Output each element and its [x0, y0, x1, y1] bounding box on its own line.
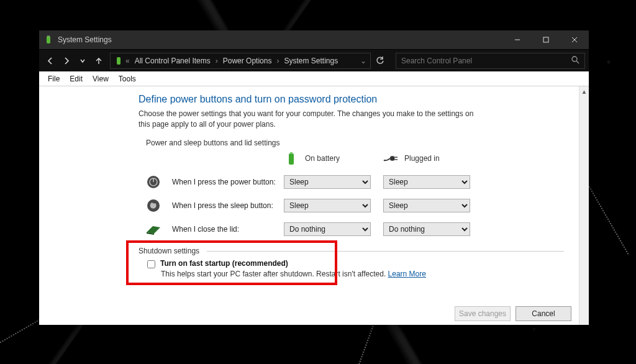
recent-locations-button[interactable] — [75, 53, 90, 68]
search-input[interactable] — [401, 57, 571, 65]
sleep-button-icon — [146, 198, 161, 213]
scroll-up-arrow[interactable]: ▲ — [579, 86, 589, 96]
refresh-button[interactable] — [372, 53, 388, 69]
forward-button[interactable] — [59, 53, 74, 68]
crumb-power-options[interactable]: Power Options — [220, 57, 275, 65]
menu-edit[interactable]: Edit — [65, 75, 88, 83]
menu-tools[interactable]: Tools — [114, 75, 141, 83]
shutdown-settings-section: Shutdown settings Turn on fast startup (… — [139, 247, 564, 278]
svg-rect-0 — [47, 36, 50, 43]
separator-icon: « — [125, 57, 130, 65]
footer-buttons: Save changes Cancel — [455, 306, 571, 321]
cancel-button[interactable]: Cancel — [516, 306, 571, 321]
svg-rect-10 — [289, 153, 294, 165]
svg-rect-1 — [47, 35, 48, 37]
column-plugged-label: Plugged in — [404, 154, 440, 163]
power-button-plugged-select[interactable]: Sleep — [383, 175, 470, 189]
power-settings-grid: On battery Plugged in When I press the p… — [146, 151, 564, 237]
up-button[interactable] — [91, 53, 106, 68]
crumb-all-items[interactable]: All Control Panel Items — [132, 57, 213, 65]
crumb-system-settings[interactable]: System Settings — [281, 57, 340, 65]
power-button-battery-select[interactable]: Sleep — [284, 175, 371, 189]
column-plugged-in: Plugged in — [383, 151, 476, 166]
row-sleep-button-label: When I press the sleep button: — [172, 201, 278, 210]
sleep-button-battery-select[interactable]: Sleep — [284, 199, 371, 212]
group-label-power-sleep: Power and sleep buttons and lid settings — [146, 139, 564, 147]
chevron-right-icon: › — [276, 57, 279, 65]
svg-rect-4 — [543, 37, 548, 42]
fast-startup-help: This helps start your PC faster after sh… — [161, 270, 564, 278]
vertical-scrollbar[interactable]: ▲ — [579, 86, 589, 325]
settings-pane: Define power buttons and turn on passwor… — [39, 86, 579, 325]
window-title: System Settings — [58, 35, 112, 44]
row-lid-label: When I close the lid: — [172, 225, 278, 234]
menu-view[interactable]: View — [88, 75, 114, 83]
plug-icon — [383, 151, 398, 166]
svg-rect-11 — [290, 152, 293, 154]
sleep-button-plugged-select[interactable]: Sleep — [383, 199, 470, 212]
battery-icon — [284, 151, 299, 166]
power-plan-app-icon — [44, 35, 53, 44]
shutdown-settings-label: Shutdown settings — [139, 247, 564, 255]
menubar: File Edit View Tools — [39, 71, 589, 86]
svg-rect-7 — [117, 57, 120, 65]
titlebar[interactable]: System Settings — [39, 30, 589, 49]
save-changes-button[interactable]: Save changes — [455, 306, 511, 321]
column-battery-label: On battery — [305, 154, 340, 163]
power-button-icon — [146, 175, 161, 189]
lid-close-icon — [146, 222, 161, 237]
menu-file[interactable]: File — [43, 75, 65, 83]
svg-rect-2 — [49, 35, 50, 37]
chevron-right-icon: › — [216, 57, 218, 65]
close-button[interactable] — [560, 30, 589, 49]
column-on-battery: On battery — [284, 151, 377, 166]
navbar: « All Control Panel Items › Power Option… — [39, 49, 589, 71]
learn-more-link[interactable]: Learn More — [388, 270, 426, 278]
control-panel-window: System Settings — [39, 30, 589, 325]
page-description: Choose the power settings that you want … — [139, 109, 486, 130]
back-button[interactable] — [43, 53, 58, 68]
svg-point-8 — [572, 57, 577, 61]
fast-startup-checkbox[interactable] — [147, 260, 155, 268]
chevron-down-icon[interactable]: ⌄ — [360, 57, 366, 65]
row-power-button-label: When I press the power button: — [172, 178, 278, 186]
lid-plugged-select[interactable]: Do nothing — [383, 222, 470, 236]
minimize-button[interactable] — [503, 30, 532, 49]
content-area: Define power buttons and turn on passwor… — [39, 86, 589, 325]
breadcrumb[interactable]: « All Control Panel Items › Power Option… — [110, 53, 371, 69]
power-plan-path-icon — [114, 57, 123, 65]
search-icon — [571, 56, 579, 66]
fast-startup-label[interactable]: Turn on fast startup (recommended) — [160, 259, 288, 268]
page-title: Define power buttons and turn on passwor… — [139, 94, 564, 105]
svg-line-9 — [576, 61, 579, 63]
search-box[interactable] — [396, 53, 585, 69]
svg-rect-12 — [390, 156, 394, 160]
lid-battery-select[interactable]: Do nothing — [284, 222, 371, 236]
maximize-button[interactable] — [532, 30, 560, 49]
